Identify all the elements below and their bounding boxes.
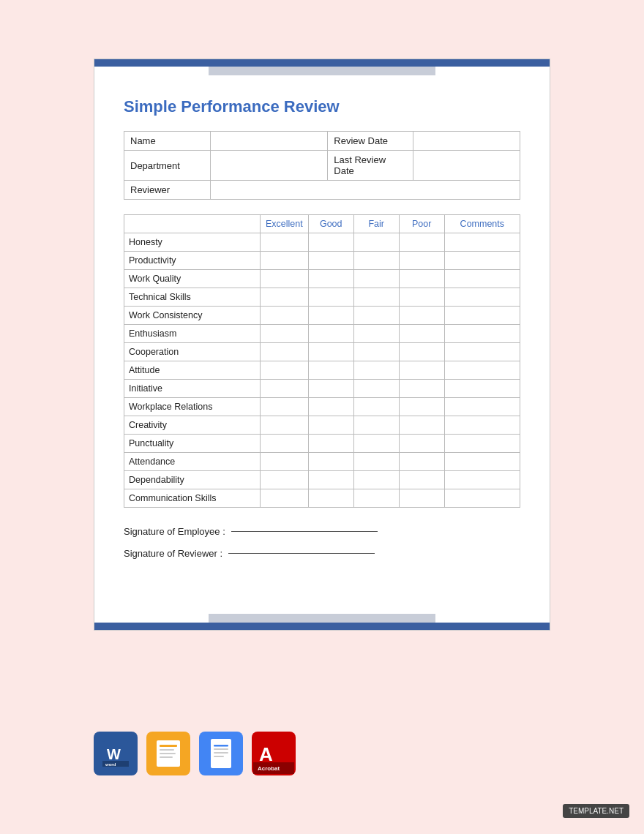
rating-cell-10-1[interactable] <box>308 416 353 435</box>
rating-cell-14-2[interactable] <box>353 489 399 508</box>
rating-cell-7-0[interactable] <box>260 361 308 380</box>
comments-cell-8[interactable] <box>444 380 520 398</box>
rating-cell-12-2[interactable] <box>353 453 399 471</box>
rating-cell-13-2[interactable] <box>353 471 399 489</box>
col-header-category <box>124 215 261 233</box>
rating-cell-14-1[interactable] <box>308 489 353 508</box>
comments-cell-14[interactable] <box>444 489 520 508</box>
rating-cell-1-2[interactable] <box>353 252 399 270</box>
rating-cell-14-0[interactable] <box>260 489 308 508</box>
comments-cell-10[interactable] <box>444 416 520 435</box>
rating-cell-6-1[interactable] <box>308 343 353 361</box>
rating-cell-7-3[interactable] <box>399 361 444 380</box>
rating-cell-12-3[interactable] <box>399 453 444 471</box>
row-category-10: Creativity <box>124 416 261 435</box>
rating-cell-7-1[interactable] <box>308 361 353 380</box>
comments-cell-3[interactable] <box>444 288 520 307</box>
rating-cell-10-3[interactable] <box>399 416 444 435</box>
table-row: Attitude <box>124 361 520 380</box>
row-category-3: Technical Skills <box>124 288 261 307</box>
comments-cell-4[interactable] <box>444 307 520 325</box>
comments-cell-6[interactable] <box>444 343 520 361</box>
rating-cell-8-2[interactable] <box>353 380 399 398</box>
word-icon[interactable]: W word <box>94 732 138 775</box>
comments-cell-2[interactable] <box>444 270 520 288</box>
rating-cell-1-1[interactable] <box>308 252 353 270</box>
name-label: Name <box>124 132 211 151</box>
rating-cell-2-1[interactable] <box>308 270 353 288</box>
rating-cell-6-0[interactable] <box>260 343 308 361</box>
rating-cell-11-2[interactable] <box>353 435 399 453</box>
rating-cell-6-3[interactable] <box>399 343 444 361</box>
rating-cell-5-3[interactable] <box>399 325 444 343</box>
row-category-5: Enthusiasm <box>124 325 261 343</box>
comments-cell-7[interactable] <box>444 361 520 380</box>
rating-cell-11-0[interactable] <box>260 435 308 453</box>
acrobat-svg: A Acrobat <box>253 733 294 774</box>
rating-cell-4-1[interactable] <box>308 307 353 325</box>
rating-cell-2-2[interactable] <box>353 270 399 288</box>
last-review-date-value <box>413 151 520 181</box>
pages-icon[interactable] <box>146 732 190 775</box>
rating-cell-13-0[interactable] <box>260 471 308 489</box>
rating-cell-13-1[interactable] <box>308 471 353 489</box>
word-icon-inner: W word <box>102 740 129 767</box>
gdocs-icon[interactable] <box>199 732 243 775</box>
rating-cell-1-0[interactable] <box>260 252 308 270</box>
comments-cell-5[interactable] <box>444 325 520 343</box>
gdocs-svg <box>201 733 242 774</box>
comments-cell-11[interactable] <box>444 435 520 453</box>
acrobat-icon[interactable]: A Acrobat <box>252 732 296 775</box>
rating-cell-10-0[interactable] <box>260 416 308 435</box>
rating-cell-4-2[interactable] <box>353 307 399 325</box>
rating-cell-3-3[interactable] <box>399 288 444 307</box>
rating-cell-3-2[interactable] <box>353 288 399 307</box>
rating-cell-10-2[interactable] <box>353 416 399 435</box>
rating-cell-4-3[interactable] <box>399 307 444 325</box>
rating-cell-9-1[interactable] <box>308 398 353 416</box>
rating-cell-7-2[interactable] <box>353 361 399 380</box>
info-row-department: Department Last Review Date <box>124 151 520 181</box>
table-row: Technical Skills <box>124 288 520 307</box>
comments-cell-13[interactable] <box>444 471 520 489</box>
rating-cell-2-3[interactable] <box>399 270 444 288</box>
rating-cell-3-0[interactable] <box>260 288 308 307</box>
rating-cell-11-1[interactable] <box>308 435 353 453</box>
comments-cell-9[interactable] <box>444 398 520 416</box>
rating-cell-2-0[interactable] <box>260 270 308 288</box>
comments-cell-0[interactable] <box>444 233 520 252</box>
rating-cell-12-0[interactable] <box>260 453 308 471</box>
rating-cell-1-3[interactable] <box>399 252 444 270</box>
rating-cell-13-3[interactable] <box>399 471 444 489</box>
rating-cell-6-2[interactable] <box>353 343 399 361</box>
doc-title: Simple Performance Review <box>124 97 520 116</box>
rating-cell-0-1[interactable] <box>308 233 353 252</box>
rating-cell-9-3[interactable] <box>399 398 444 416</box>
comments-cell-12[interactable] <box>444 453 520 471</box>
rating-cell-8-1[interactable] <box>308 380 353 398</box>
row-category-2: Work Quality <box>124 270 261 288</box>
rating-cell-9-0[interactable] <box>260 398 308 416</box>
rating-cell-0-2[interactable] <box>353 233 399 252</box>
rating-cell-3-1[interactable] <box>308 288 353 307</box>
rating-cell-5-1[interactable] <box>308 325 353 343</box>
rating-cell-0-0[interactable] <box>260 233 308 252</box>
rating-cell-11-3[interactable] <box>399 435 444 453</box>
pages-line1 <box>160 745 177 747</box>
rating-cell-14-3[interactable] <box>399 489 444 508</box>
rating-cell-8-0[interactable] <box>260 380 308 398</box>
rating-cell-5-0[interactable] <box>260 325 308 343</box>
pages-svg <box>148 733 189 774</box>
department-value <box>210 151 327 181</box>
rating-cell-12-1[interactable] <box>308 453 353 471</box>
table-row: Cooperation <box>124 343 520 361</box>
comments-cell-1[interactable] <box>444 252 520 270</box>
rating-cell-0-3[interactable] <box>399 233 444 252</box>
rating-cell-9-2[interactable] <box>353 398 399 416</box>
rating-cell-5-2[interactable] <box>353 325 399 343</box>
row-category-13: Dependability <box>124 471 261 489</box>
rating-cell-8-3[interactable] <box>399 380 444 398</box>
word-letter: W <box>107 746 121 762</box>
employee-signature-underline <box>231 531 378 532</box>
rating-cell-4-0[interactable] <box>260 307 308 325</box>
